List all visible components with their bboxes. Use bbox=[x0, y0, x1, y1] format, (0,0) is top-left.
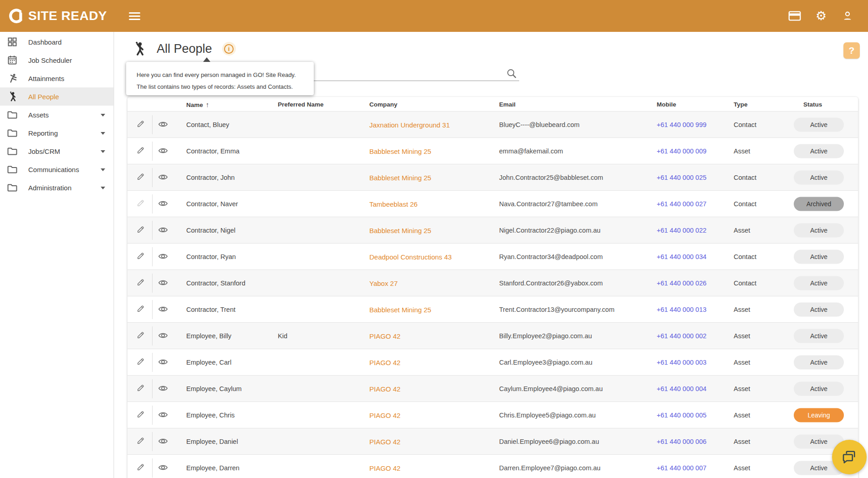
view-eye-icon[interactable] bbox=[158, 304, 168, 315]
company-link[interactable]: Babbleset Mining 25 bbox=[369, 305, 431, 313]
view-eye-icon[interactable] bbox=[158, 251, 168, 262]
company-link[interactable]: Jaxnation Underground 31 bbox=[369, 121, 450, 128]
type-cell: Asset bbox=[734, 438, 750, 445]
edit-pencil-icon[interactable] bbox=[135, 119, 146, 130]
mobile-link[interactable]: +61 440 000 013 bbox=[657, 306, 706, 313]
search-icon[interactable] bbox=[506, 68, 517, 79]
table-header-row: Name↑Preferred NameCompanyEmailMobileTyp… bbox=[128, 97, 858, 112]
mobile-link[interactable]: +61 440 000 002 bbox=[657, 332, 706, 340]
view-eye-icon[interactable] bbox=[158, 331, 168, 341]
status-badge: Active bbox=[794, 276, 844, 290]
edit-pencil-icon[interactable] bbox=[135, 463, 146, 473]
company-link[interactable]: Deadpool Constructions 43 bbox=[369, 253, 452, 260]
company-link[interactable]: PIAGO 42 bbox=[369, 332, 400, 340]
type-cell: Asset bbox=[734, 147, 750, 155]
edit-pencil-icon[interactable] bbox=[135, 331, 146, 341]
folder-icon bbox=[7, 127, 18, 138]
sidebar-item-dashboard[interactable]: Dashboard bbox=[0, 33, 113, 51]
edit-pencil-icon[interactable] bbox=[135, 278, 146, 289]
sidebar-item-administration[interactable]: Administration bbox=[0, 178, 113, 197]
company-link[interactable]: Yabox 27 bbox=[369, 279, 398, 287]
column-header-name[interactable]: Name↑ bbox=[186, 100, 209, 108]
chevron-down-icon[interactable] bbox=[101, 150, 105, 153]
chat-fab-button[interactable] bbox=[832, 440, 867, 474]
edit-pencil-icon[interactable] bbox=[135, 436, 146, 447]
folder-icon bbox=[7, 109, 18, 120]
view-eye-icon[interactable] bbox=[158, 357, 168, 368]
sidebar-item-assets[interactable]: Assets bbox=[0, 106, 113, 124]
status-badge: Archived bbox=[794, 197, 844, 211]
mobile-link[interactable]: +61 440 000 007 bbox=[657, 464, 706, 472]
company-link[interactable]: Tambeeblast 26 bbox=[369, 200, 418, 208]
column-header-type[interactable]: Type bbox=[734, 101, 748, 107]
table-body: Contact, BlueyJaxnation Underground 31Bl… bbox=[128, 112, 858, 478]
column-header-mobile[interactable]: Mobile bbox=[657, 101, 676, 107]
edit-pencil-icon[interactable] bbox=[135, 383, 146, 394]
sidebar-item-jobs-crm[interactable]: Jobs/CRM bbox=[0, 142, 113, 160]
sidebar-item-job-scheduler[interactable]: Job Scheduler bbox=[0, 51, 113, 69]
sidebar-item-all-people[interactable]: All People bbox=[0, 87, 113, 106]
billing-card-icon[interactable] bbox=[788, 9, 802, 23]
view-eye-icon[interactable] bbox=[158, 172, 168, 183]
company-link[interactable]: PIAGO 42 bbox=[369, 411, 400, 419]
account-person-icon[interactable] bbox=[841, 9, 854, 23]
mobile-link[interactable]: +61 440 000 026 bbox=[657, 280, 706, 287]
status-badge: Active bbox=[794, 249, 844, 264]
mobile-link[interactable]: +61 440 000 034 bbox=[657, 253, 706, 260]
type-cell: Asset bbox=[734, 332, 750, 340]
view-eye-icon[interactable] bbox=[158, 198, 168, 209]
edit-pencil-icon[interactable] bbox=[135, 410, 146, 421]
edit-pencil-icon[interactable] bbox=[135, 198, 146, 209]
edit-pencil-icon[interactable] bbox=[135, 225, 146, 236]
mobile-link[interactable]: +61 440 000 025 bbox=[657, 174, 706, 181]
name-cell: Contractor, John bbox=[186, 174, 235, 181]
edit-pencil-icon[interactable] bbox=[135, 251, 146, 262]
company-link[interactable]: Babbleset Mining 25 bbox=[369, 147, 431, 155]
chevron-down-icon[interactable] bbox=[101, 187, 105, 189]
edit-pencil-icon[interactable] bbox=[135, 357, 146, 368]
view-eye-icon[interactable] bbox=[158, 119, 168, 130]
chevron-down-icon[interactable] bbox=[101, 114, 105, 117]
mobile-link[interactable]: +61 440 000 006 bbox=[657, 438, 706, 445]
sidebar-item-reporting[interactable]: Reporting bbox=[0, 124, 113, 142]
info-icon[interactable]: i bbox=[222, 42, 236, 56]
edit-pencil-icon[interactable] bbox=[135, 172, 146, 183]
company-link[interactable]: PIAGO 42 bbox=[369, 358, 400, 366]
mobile-link[interactable]: +61 440 000 027 bbox=[657, 200, 706, 208]
company-link[interactable]: PIAGO 42 bbox=[369, 385, 400, 392]
view-eye-icon[interactable] bbox=[158, 146, 168, 157]
column-header-preferred-name[interactable]: Preferred Name bbox=[278, 101, 324, 107]
column-header-email[interactable]: Email bbox=[499, 101, 516, 107]
edit-pencil-icon[interactable] bbox=[135, 304, 146, 315]
mobile-link[interactable]: +61 440 000 005 bbox=[657, 412, 706, 419]
view-eye-icon[interactable] bbox=[158, 278, 168, 289]
company-link[interactable]: PIAGO 42 bbox=[369, 464, 400, 472]
view-eye-icon[interactable] bbox=[158, 225, 168, 236]
chevron-down-icon[interactable] bbox=[101, 132, 105, 135]
settings-gear-icon[interactable]: ⚙ bbox=[814, 9, 828, 23]
view-eye-icon[interactable] bbox=[158, 463, 168, 473]
column-header-status[interactable]: Status bbox=[803, 101, 822, 107]
company-link[interactable]: Babbleset Mining 25 bbox=[369, 173, 431, 181]
view-eye-icon[interactable] bbox=[158, 436, 168, 447]
mobile-link[interactable]: +61 440 000 009 bbox=[657, 147, 706, 155]
sidebar-item-attainments[interactable]: Attainments bbox=[0, 69, 113, 87]
action-divider bbox=[152, 274, 153, 293]
email-cell: Daniel.Employee6@piago.com.au bbox=[499, 438, 599, 445]
sidebar-item-label: Assets bbox=[28, 111, 49, 119]
mobile-link[interactable]: +61 440 000 003 bbox=[657, 359, 706, 366]
edit-pencil-icon[interactable] bbox=[135, 146, 146, 157]
mobile-link[interactable]: +61 440 000 999 bbox=[657, 121, 706, 128]
menu-toggle-button[interactable] bbox=[129, 10, 142, 22]
mobile-link[interactable]: +61 440 000 022 bbox=[657, 227, 706, 234]
sidebar-item-communications[interactable]: Communications bbox=[0, 160, 113, 178]
email-cell: Darren.Employee7@piago.com.au bbox=[499, 464, 601, 472]
help-button[interactable]: ? bbox=[843, 42, 860, 59]
company-link[interactable]: Babbleset Mining 25 bbox=[369, 226, 431, 234]
mobile-link[interactable]: +61 440 000 004 bbox=[657, 385, 706, 392]
view-eye-icon[interactable] bbox=[158, 410, 168, 421]
company-link[interactable]: PIAGO 42 bbox=[369, 437, 400, 445]
chevron-down-icon[interactable] bbox=[101, 168, 105, 171]
view-eye-icon[interactable] bbox=[158, 383, 168, 394]
column-header-company[interactable]: Company bbox=[369, 101, 398, 107]
